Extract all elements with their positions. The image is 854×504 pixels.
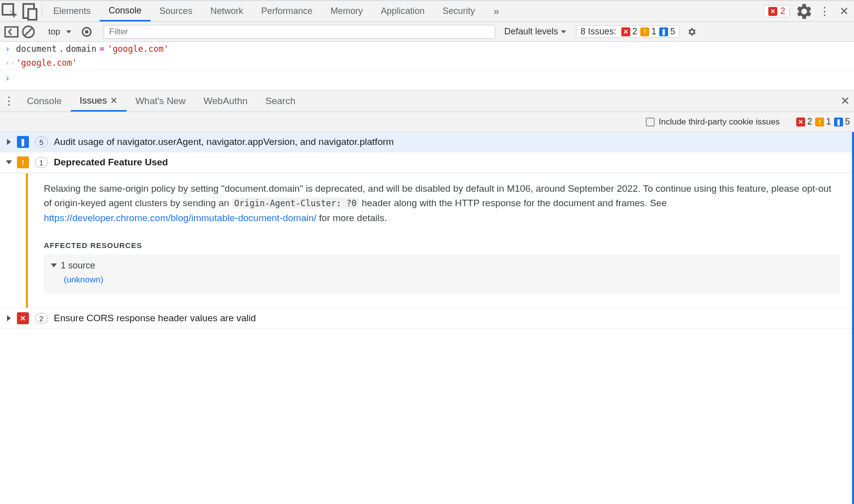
console-toolbar: top Default levels 8 Issues: ✕2 !1 ❚5	[0, 22, 854, 42]
third-party-checkbox[interactable]: Include third-party cookie issues	[646, 117, 780, 127]
issue-row-cors[interactable]: ✕ 2 Ensure CORS response header values a…	[0, 308, 852, 329]
separator	[42, 5, 42, 17]
tab-network[interactable]: Network	[201, 1, 252, 21]
source-link-unknown[interactable]: (unknown)	[64, 275, 832, 285]
drawer-tab-console[interactable]: Console	[18, 91, 71, 112]
settings-icon[interactable]	[794, 1, 814, 21]
tab-label: WebAuthn	[203, 96, 247, 107]
tab-label: Issues	[80, 95, 107, 106]
tab-sources[interactable]: Sources	[150, 1, 201, 21]
tab-label: Performance	[261, 6, 312, 16]
body-link[interactable]: https://developer.chrome.com/blog/immuta…	[44, 213, 316, 223]
error-icon: ✕	[621, 27, 630, 36]
console-input-row[interactable]: › document.domain = 'google.com'	[0, 42, 854, 56]
output-chevron-icon: ‹·	[5, 58, 16, 68]
tab-label: Console	[27, 96, 62, 107]
tab-label: Network	[210, 6, 243, 16]
svg-rect-0	[2, 4, 13, 15]
error-icon: ✕	[796, 118, 805, 126]
checkbox-label: Include third-party cookie issues	[659, 117, 780, 127]
tab-label: Sources	[159, 6, 192, 16]
warning-icon: !	[17, 156, 29, 168]
drawer-tab-whatsnew[interactable]: What's New	[127, 91, 195, 112]
issues-label: 8 Issues:	[580, 26, 616, 37]
issue-title: Deprecated Feature Used	[54, 157, 168, 168]
tab-label: Elements	[53, 6, 91, 16]
issue-title: Ensure CORS response header values are v…	[54, 313, 256, 324]
collapse-icon[interactable]	[7, 157, 17, 168]
info-icon: ❚	[17, 136, 29, 148]
tab-security[interactable]: Security	[433, 1, 484, 21]
tab-application[interactable]: Application	[372, 1, 433, 21]
info-count: 5	[670, 26, 675, 37]
issue-counts: ✕2 !1 ❚5	[794, 117, 850, 127]
toggle-sidebar-icon[interactable]	[3, 24, 20, 39]
close-devtools-icon[interactable]: ✕	[834, 5, 854, 18]
input-chevron-icon: ›	[5, 73, 16, 83]
issue-count: 1	[35, 157, 48, 168]
select-element-icon[interactable]	[0, 1, 20, 21]
tab-label: Console	[109, 5, 142, 16]
warning-count: 1	[651, 26, 656, 37]
live-expression-icon[interactable]	[78, 24, 95, 39]
source-count: 1 source	[61, 260, 95, 271]
close-tab-icon[interactable]: ✕	[110, 95, 118, 106]
source-toggle[interactable]: 1 source	[52, 260, 832, 271]
issue-body: Relaxing the same-origin policy by setti…	[44, 181, 840, 225]
drawer-tab-webauthn[interactable]: WebAuthn	[194, 91, 256, 112]
svg-rect-2	[28, 9, 37, 20]
context-selector[interactable]: top	[44, 27, 75, 37]
close-drawer-icon[interactable]: ✕	[836, 91, 854, 112]
error-count-pill[interactable]: ✕ 2	[764, 5, 790, 17]
more-tabs-icon[interactable]: »	[484, 1, 509, 21]
tab-memory[interactable]: Memory	[321, 1, 372, 21]
clear-console-icon[interactable]	[20, 24, 37, 39]
code-prop: domain	[66, 44, 96, 54]
issues-summary-pill[interactable]: 8 Issues: ✕2 !1 ❚5	[576, 25, 680, 38]
input-chevron-icon: ›	[5, 44, 16, 54]
body-code: Origin-Agent-Cluster: ?0	[232, 198, 359, 209]
console-output-row[interactable]: ‹· 'google.com'	[0, 56, 854, 70]
affected-resources-heading: AFFECTED RESOURCES	[44, 241, 840, 250]
error-icon: ✕	[17, 312, 29, 324]
collapse-icon	[52, 260, 61, 271]
error-count: 2	[632, 26, 637, 37]
issue-count: 5	[35, 136, 48, 147]
log-levels-selector[interactable]: Default levels	[500, 26, 570, 37]
console-body: › document.domain = 'google.com' ‹· 'goo…	[0, 42, 854, 86]
tab-label: Memory	[330, 6, 363, 16]
issue-detail-deprecated: Relaxing the same-origin policy by setti…	[0, 173, 852, 308]
issue-count: 2	[35, 313, 48, 324]
drawer-tab-search[interactable]: Search	[257, 91, 304, 112]
body-text: for more details.	[316, 213, 387, 223]
kebab-menu-icon[interactable]: ⋮	[814, 5, 834, 18]
console-prompt[interactable]: ›	[0, 70, 854, 86]
body-text: header along with the HTTP response for …	[359, 198, 667, 208]
tab-console[interactable]: Console	[100, 1, 150, 21]
drawer-tab-bar: ⋮ Console Issues ✕ What's New WebAuthn S…	[0, 90, 854, 112]
issue-row-deprecated[interactable]: ! 1 Deprecated Feature Used	[0, 152, 852, 173]
filter-input[interactable]	[104, 25, 495, 39]
tab-label: Search	[266, 96, 295, 107]
context-label: top	[48, 27, 60, 37]
expand-icon[interactable]	[7, 313, 17, 324]
main-tab-bar: Elements Console Sources Network Perform…	[0, 1, 854, 22]
issue-row-audit[interactable]: ❚ 5 Audit usage of navigator.userAgent, …	[0, 132, 852, 152]
expand-icon[interactable]	[7, 136, 17, 147]
device-toolbar-icon[interactable]	[20, 1, 40, 21]
code-string: 'google.com'	[108, 44, 169, 54]
info-icon: ❚	[659, 27, 668, 36]
issues-filter-bar: Include third-party cookie issues ✕2 !1 …	[0, 112, 854, 132]
tab-performance[interactable]: Performance	[252, 1, 321, 21]
svg-point-6	[85, 30, 88, 33]
tab-elements[interactable]: Elements	[44, 1, 100, 21]
tab-label: Application	[381, 6, 425, 16]
error-icon: ✕	[768, 7, 777, 16]
code-equals: =	[97, 44, 108, 54]
console-settings-icon[interactable]	[685, 27, 700, 37]
issues-list: ❚ 5 Audit usage of navigator.userAgent, …	[0, 132, 854, 504]
drawer-tab-issues[interactable]: Issues ✕	[71, 91, 127, 112]
drawer-menu-icon[interactable]: ⋮	[0, 91, 18, 112]
warning-icon: !	[815, 118, 824, 126]
issue-title: Audit usage of navigator.userAgent, navi…	[54, 136, 394, 147]
